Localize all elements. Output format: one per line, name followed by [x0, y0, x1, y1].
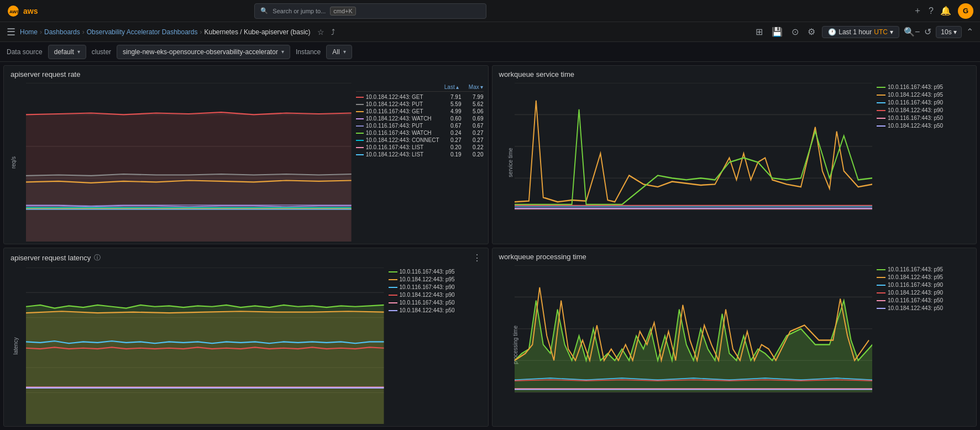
panel-apiserver-request-latency: apiserver request latency ⓘ ⋮ latency 0 … [3, 248, 489, 427]
legend-color [356, 97, 364, 98]
legend-1: Last ▴ Max ▾ 10.0.184.122:443: GET 7.91 … [352, 83, 484, 242]
legend-item: 10.0.116.167:443: LIST 0.20 0.22 [356, 144, 484, 150]
chart-inner-1: 0.00 5.00 10.00 15.00 20.00 [26, 83, 352, 242]
collapse-button[interactable]: ⌃ [966, 27, 973, 37]
legend-item: 10.0.116.167:443: PUT 0.67 0.67 [356, 123, 484, 129]
processing-legend-item: 10.0.116.167:443: p95 [877, 266, 972, 272]
legend-last: 0.27 [442, 137, 462, 143]
nav-bar: ☰ Home › Dashboards › Observability Acce… [0, 22, 980, 42]
wq-legend-color [877, 110, 885, 111]
legend-name: 10.0.116.167:443: LIST [366, 144, 439, 150]
share-icon[interactable]: ⤴ [331, 28, 335, 36]
datasource-label: Data source [7, 48, 43, 56]
processing-legend-color [877, 308, 885, 309]
panel-header-1: apiserver request rate [4, 66, 488, 81]
wq-legend-color [877, 102, 885, 103]
processing-legend-color [877, 300, 885, 301]
time-range-button[interactable]: 🕐 Last 1 hour UTC ▾ [822, 26, 899, 38]
latency-legend-name: 10.0.116.167:443: p90 [400, 284, 455, 290]
chart-area-2: service time 0 s 5 ms 10 ms 15 ms 20 ms [497, 83, 873, 242]
wq-legend-color [877, 118, 885, 119]
chart-inner-4: 0 s 1 ms 2 ms 3 ms 4 ms [515, 265, 873, 424]
legend-item: 10.0.116.167:443: GET 4.99 5.06 [356, 108, 484, 114]
panel-title-4: workqueue processing time [499, 253, 586, 261]
panel-body-2: service time 0 s 5 ms 10 ms 15 ms 20 ms [492, 81, 977, 244]
breadcrumb-observability[interactable]: Observability Accelerator Dashboards [87, 28, 198, 36]
wq-legend-2: 10.0.116.167:443: p95 10.0.184.122:443: … [872, 83, 972, 242]
datasource-select[interactable]: default ▾ [48, 45, 86, 59]
wq-legend-item: 10.0.116.167:443: p95 [877, 84, 972, 90]
latency-legend-color [389, 302, 397, 303]
cluster-select[interactable]: single-new-eks-opensource-observability-… [117, 45, 290, 59]
legend-color [356, 147, 364, 148]
legend-max: 0.20 [464, 151, 484, 158]
latency-legend-item: 10.0.116.167:443: p95 [389, 269, 484, 275]
legend-item: 10.0.184.122:443: LIST 0.19 0.20 [356, 151, 484, 158]
panel-header-3: apiserver request latency ⓘ ⋮ [4, 248, 488, 265]
wq-legend-color [877, 87, 885, 88]
legend-color [356, 125, 364, 127]
legend-color [356, 133, 364, 134]
wq-legend-item: 10.0.116.167:443: p90 [877, 99, 972, 106]
keyboard-shortcut: cmd+K [330, 7, 356, 15]
legend-max: 0.27 [464, 130, 484, 136]
legend-3: 10.0.116.167:443: p95 10.0.184.122:443: … [384, 268, 484, 424]
panel-workqueue-service-time: workqueue service time service time 0 s … [492, 65, 977, 244]
legend-name: 10.0.116.167:443: WATCH [366, 130, 439, 136]
legend-max: 0.69 [464, 116, 484, 122]
instance-select[interactable]: All ▾ [326, 45, 352, 59]
legend-name: 10.0.184.122:443: WATCH [366, 116, 439, 122]
panel-layout-icon[interactable]: ⊞ [753, 24, 765, 39]
processing-legend-name: 10.0.184.122:443: p90 [888, 290, 943, 296]
breadcrumb-dashboards[interactable]: Dashboards [44, 28, 80, 36]
top-right-actions: ＋ ? 🔔 G [913, 3, 973, 19]
hamburger-menu[interactable]: ☰ [7, 26, 15, 38]
wq-legend-item: 10.0.184.122:443: p50 [877, 123, 972, 129]
panel-menu-3[interactable]: ⋮ [473, 253, 481, 263]
latency-legend-item: 10.0.184.122:443: p50 [389, 307, 484, 313]
panel-title-2: workqueue service time [499, 70, 575, 78]
settings-icon[interactable]: ⚙ [805, 24, 817, 39]
chart-inner-2: 0 s 5 ms 10 ms 15 ms 20 ms [515, 83, 873, 242]
legend-name: 10.0.184.122:443: PUT [366, 101, 439, 107]
legend-name: 10.0.116.167:443: GET [366, 108, 439, 114]
legend-name: 10.0.184.122:443: GET [366, 94, 439, 100]
wq-legend-name: 10.0.116.167:443: p90 [888, 99, 943, 106]
processing-legend-name: 10.0.116.167:443: p90 [888, 282, 943, 288]
processing-legend-item: 10.0.184.122:443: p50 [877, 305, 972, 311]
legend-max: 5.62 [464, 101, 484, 107]
legend-item: 10.0.184.122:443: WATCH 0.60 0.69 [356, 116, 484, 122]
bell-icon[interactable]: 🔔 [940, 6, 951, 16]
latency-legend-name: 10.0.116.167:443: p95 [400, 269, 455, 275]
wq-legend-name: 10.0.116.167:443: p50 [888, 115, 943, 121]
processing-legend-name: 10.0.184.122:443: p95 [888, 274, 943, 280]
y-axis-label-3: latency [13, 337, 19, 355]
breadcrumb-home[interactable]: Home [20, 28, 38, 36]
avatar[interactable]: G [958, 3, 973, 19]
help-icon[interactable]: ? [929, 6, 934, 16]
chart-area-1: req/s 0.00 5.00 10.00 15.00 2 [8, 83, 352, 242]
refresh-interval-button[interactable]: 10s ▾ [936, 26, 962, 38]
legend-last: 5.59 [442, 101, 462, 107]
latency-legend-name: 10.0.184.122:443: p95 [400, 276, 455, 282]
legend-color [356, 111, 364, 112]
star-icon[interactable]: ☆ [317, 28, 324, 36]
panel-header-4: workqueue processing time [492, 248, 977, 263]
search-bar[interactable]: 🔍 Search or jump to... cmd+K [254, 3, 486, 19]
processing-legend-name: 10.0.184.122:443: p50 [888, 305, 943, 311]
legend-last: 0.19 [442, 151, 462, 158]
latency-legend-name: 10.0.184.122:443: p50 [400, 307, 455, 313]
wq-legend-item: 10.0.184.122:443: p95 [877, 92, 972, 98]
plus-icon[interactable]: ＋ [913, 5, 922, 17]
save-icon[interactable]: 💾 [769, 24, 785, 39]
wq-legend-4: 10.0.116.167:443: p95 10.0.184.122:443: … [872, 265, 972, 424]
processing-legend-name: 10.0.116.167:443: p50 [888, 297, 943, 303]
instance-label: Instance [296, 48, 321, 56]
legend-item: 10.0.184.122:443: CONNECT 0.27 0.27 [356, 137, 484, 143]
chart-inner-3: 0 s 5 ms 10 ms 15 ms 20 ms 25 ms [26, 268, 384, 424]
wq-legend-name: 10.0.184.122:443: p95 [888, 92, 943, 98]
circle-icon[interactable]: ⊙ [789, 24, 801, 39]
dashboard-grid: apiserver request rate req/s 0.00 5.00 [0, 62, 980, 430]
zoom-refresh-button[interactable]: ↺ [924, 27, 931, 37]
zoom-out-button[interactable]: 🔍− [904, 27, 920, 37]
